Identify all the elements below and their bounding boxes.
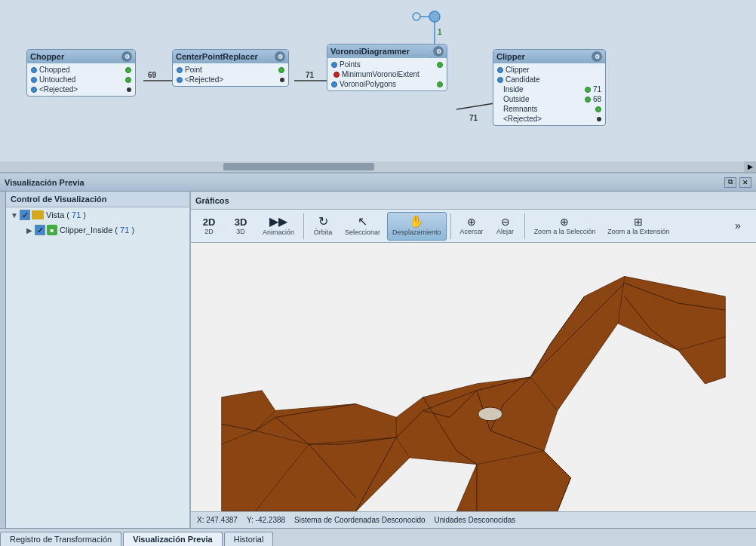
chopper-title: Chopper	[30, 52, 64, 61]
rejected-out-dot	[127, 87, 131, 92]
tool-zoomext-icon: ⊞	[634, 216, 643, 227]
close-button[interactable]: ✕	[739, 177, 751, 188]
tool-select[interactable]: ↖ Seleccionar	[340, 212, 386, 241]
clipper-layer-icon: ■	[47, 225, 57, 235]
restore-button[interactable]: ⧉	[724, 177, 736, 188]
cclip-port-dot	[497, 67, 503, 73]
sidebar-title: Control de Visualización	[6, 192, 189, 207]
vista-folder-icon	[32, 210, 44, 219]
cand-port-dot	[497, 77, 503, 83]
tab-historial[interactable]: Historial	[224, 532, 274, 546]
svg-marker-15	[618, 277, 725, 351]
clipper-header: Clipper ⚙	[493, 50, 605, 63]
top-scrollbar[interactable]	[0, 161, 744, 172]
clipper-inside-label: Clipper_Inside ( 71 )	[60, 225, 134, 235]
chopper-node[interactable]: Chopper ⚙ Chopped Untouched <Rejected>	[26, 49, 136, 97]
tool-animation[interactable]: ▶▶ Animación	[257, 212, 300, 241]
viz-toolbar: 2D 2D 3D 3D ▶▶ Animación ↻ Órbita ↖	[191, 210, 756, 243]
tool-zoom-ext[interactable]: ⊞ Zoom a la Extensión	[602, 212, 675, 241]
svg-point-53	[478, 407, 502, 421]
tool-3d[interactable]: 3D 3D	[226, 212, 256, 241]
centerpoint-gear[interactable]: ⚙	[275, 51, 285, 62]
tool-zoomext-label: Zoom a la Extensión	[607, 228, 669, 235]
tree-item-vista[interactable]: ▼ ✓ Vista ( 71 )	[6, 207, 189, 222]
left-edge	[0, 192, 6, 528]
tool-zoom-sel[interactable]: ⊕ Zoom a la Selección	[529, 212, 601, 241]
tool-animation-icon: ▶▶	[269, 216, 287, 228]
clipper-port-rejected: <Rejected>	[495, 114, 604, 124]
tool-animation-label: Animación	[263, 229, 294, 236]
vista-check[interactable]: ✓	[20, 210, 30, 220]
status-y: Y: -42.2388	[247, 516, 285, 524]
chopper-port-rejected: <Rejected>	[29, 84, 134, 94]
toolbar-divider-3	[524, 213, 525, 239]
tool-orbit[interactable]: ↻ Órbita	[308, 212, 338, 241]
tool-select-icon: ↖	[358, 216, 367, 228]
bottom-panel: Visualización Previa ⧉ ✕ Control de Visu…	[0, 173, 756, 546]
clipper-port-candidate: Candidate	[495, 75, 604, 84]
tool-zoomin-icon: ⊕	[467, 216, 476, 227]
voronoi-port-polygons: VoronoiPolygons	[329, 79, 445, 89]
tool-orbit-icon: ↻	[318, 216, 328, 228]
panel-title: Visualización Previa	[5, 178, 85, 187]
tool-expand[interactable]: »	[723, 212, 753, 241]
status-units: Unidades Desconocidas	[435, 516, 516, 524]
vista-label: Vista ( 71 )	[46, 210, 86, 219]
graphics-header: Gráficos	[191, 192, 756, 210]
centerpoint-header: CenterPointReplacer ⚙	[173, 50, 288, 63]
chopper-gear[interactable]: ⚙	[121, 51, 132, 62]
voronoi-node[interactable]: VoronoiDiagrammer ⚙ Points MinimumVorono…	[327, 44, 447, 91]
tool-zoomin-label: Acercar	[460, 228, 484, 235]
shape-visualization	[191, 243, 756, 511]
scrollbar-thumb[interactable]	[223, 163, 374, 170]
clipper-expand[interactable]: ▶	[24, 225, 35, 235]
status-x: X: 247.4387	[197, 516, 238, 524]
node-graph-canvas[interactable]: 71 69 71 1 Chopper ⚙ Chopped Untouched	[0, 0, 756, 173]
status-crs: Sistema de Coordenadas Desconocido	[294, 516, 425, 524]
voronoi-header: VoronoiDiagrammer ⚙	[327, 44, 447, 58]
tool-3d-label: 3D	[236, 228, 245, 235]
voronoi-gear[interactable]: ⚙	[433, 46, 444, 57]
vpoints-out-dot	[437, 62, 443, 68]
tab-visualizacion[interactable]: Visualización Previa	[123, 532, 223, 546]
graphics-title: Gráficos	[195, 196, 229, 205]
tool-zoom-in[interactable]: ⊕ Acercar	[455, 212, 489, 241]
cp-rejected-port-dot	[177, 77, 183, 83]
clipper-port-remnants: Remnants	[495, 104, 604, 114]
toolbar-divider-1	[303, 213, 304, 239]
outside-out-dot	[585, 97, 591, 103]
clipper-port-inside: Inside 71	[495, 84, 604, 94]
clipper-port-outside: Outside 68	[495, 94, 604, 104]
svg-line-6	[456, 103, 494, 109]
viz-area: Gráficos 2D 2D 3D 3D ▶▶ Animación ↻	[191, 192, 756, 528]
viz-statusbar: X: 247.4387 Y: -42.2388 Sistema de Coord…	[191, 511, 756, 528]
panel-controls: ⧉ ✕	[724, 177, 751, 188]
clipper-check[interactable]: ✓	[35, 225, 45, 235]
panel-titlebar: Visualización Previa ⧉ ✕	[0, 173, 756, 192]
tool-zoomsel-label: Zoom a la Selección	[534, 228, 596, 235]
tool-2d[interactable]: 2D 2D	[194, 212, 224, 241]
tree-item-clipper-inside[interactable]: ▶ ✓ ■ Clipper_Inside ( 71 )	[6, 222, 189, 238]
tool-zoom-out[interactable]: ⊖ Alejar	[490, 212, 521, 241]
cp-rejected-out-dot	[280, 78, 284, 82]
vista-expand[interactable]: ▼	[9, 210, 20, 220]
clipper-gear[interactable]: ⚙	[592, 51, 602, 62]
tool-2d-label: 2D	[204, 228, 214, 235]
viz-canvas[interactable]	[191, 243, 756, 511]
inside-out-dot	[585, 87, 591, 93]
scrollbar-right-btn[interactable]: ▶	[744, 161, 756, 172]
tool-pan[interactable]: ✋ Desplazamiento	[387, 212, 447, 241]
tool-pan-label: Desplazamiento	[392, 229, 441, 236]
point-out-dot	[278, 67, 284, 73]
clipper-node[interactable]: Clipper ⚙ Clipper Candidate Inside 71 Ou…	[493, 49, 606, 126]
tab-registro[interactable]: Registro de Transformación	[0, 532, 121, 546]
tool-pan-icon: ✋	[409, 216, 424, 228]
centerpoint-port-rejected: <Rejected>	[174, 75, 287, 84]
point-port-dot	[177, 67, 183, 73]
voronoi-port-minextent: MinimumVoronoiExtent	[329, 69, 445, 79]
svg-point-0	[413, 13, 420, 20]
chopped-out-dot	[125, 67, 131, 73]
svg-text:71: 71	[306, 71, 315, 79]
centerpoint-port-point: Point	[174, 65, 287, 75]
centerpoint-node[interactable]: CenterPointReplacer ⚙ Point <Rejected>	[172, 49, 289, 87]
